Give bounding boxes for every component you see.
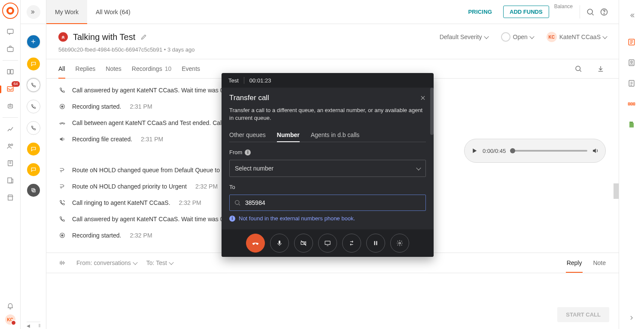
hold-button[interactable]	[366, 234, 385, 253]
details-icon[interactable]	[626, 37, 637, 47]
mute-button[interactable]	[270, 234, 289, 253]
reply-to-selector[interactable]: To: Test	[146, 259, 173, 266]
tags-icon[interactable]	[626, 99, 637, 109]
severity-selector[interactable]: Default Severity	[440, 34, 488, 40]
tab-my-work[interactable]: My Work	[46, 0, 87, 24]
book-icon[interactable]	[5, 158, 15, 168]
user-avatar[interactable]: KC	[5, 314, 15, 325]
bot-icon[interactable]	[5, 101, 15, 111]
app-logo[interactable]	[2, 3, 18, 19]
expand-button[interactable]	[27, 5, 40, 19]
call-timer: 00:01:23	[249, 77, 271, 84]
aux-bubble-phone-3[interactable]	[27, 121, 40, 135]
search-icon[interactable]	[583, 5, 597, 19]
conv-tab-replies[interactable]: Replies	[76, 59, 96, 78]
contact-icon[interactable]	[626, 58, 637, 68]
expand-right-icon[interactable]	[626, 313, 637, 323]
shop-icon[interactable]	[626, 119, 637, 130]
app-root: 64 KC	[0, 0, 644, 329]
aux-bubble-chat-1[interactable]	[27, 58, 40, 70]
priority-badge[interactable]	[58, 32, 68, 42]
aux-scrollbar[interactable]: ◀	[27, 322, 40, 329]
aux-bubble-phone-2[interactable]	[27, 100, 40, 113]
svg-rect-28	[631, 103, 632, 105]
balance-label: Balance	[554, 3, 573, 9]
svg-rect-5	[8, 104, 12, 108]
aux-bubble-chat-2[interactable]	[27, 143, 40, 155]
aux-column: + ◀	[21, 0, 46, 329]
edit-title-icon[interactable]	[140, 34, 147, 40]
chevron-down-icon	[170, 259, 173, 266]
close-icon[interactable]	[420, 95, 426, 101]
screen-share-button[interactable]	[318, 234, 337, 253]
to-number-input[interactable]	[244, 199, 421, 207]
svg-rect-12	[8, 197, 12, 200]
transfer-tabs: Other queues Number Agents in d.b calls	[229, 128, 426, 142]
people-icon[interactable]	[5, 141, 15, 151]
record-icon	[58, 232, 66, 239]
speaker-icon	[58, 135, 66, 143]
notes-icon[interactable]	[626, 78, 637, 88]
to-label: To	[229, 184, 426, 190]
pricing-link[interactable]: PRICING	[462, 0, 498, 24]
transfer-tab-other-queues[interactable]: Other queues	[229, 128, 266, 142]
feed-search-icon[interactable]	[572, 63, 584, 75]
store-icon[interactable]	[5, 192, 15, 203]
svg-point-15	[587, 9, 592, 14]
inbox-icon[interactable]: 64	[5, 84, 15, 94]
reply-tab-reply[interactable]: Reply	[566, 253, 583, 273]
chevron-down-icon	[134, 259, 137, 266]
record-icon	[58, 103, 66, 110]
panels-icon[interactable]	[5, 67, 15, 77]
transfer-tab-number[interactable]: Number	[277, 128, 300, 142]
tab-all-work[interactable]: All Work (64)	[87, 0, 139, 24]
audio-track[interactable]	[510, 150, 587, 152]
aux-header	[21, 0, 46, 24]
chat-icon[interactable]	[5, 27, 15, 37]
conv-tab-all[interactable]: All	[58, 59, 65, 78]
aux-bubble-chat-3[interactable]	[27, 163, 40, 176]
svg-point-17	[604, 13, 604, 14]
bell-icon[interactable]	[5, 301, 15, 311]
assignee-selector[interactable]: KC KateNT CCaaS	[547, 32, 607, 42]
svg-point-9	[11, 144, 12, 146]
conv-tab-recordings[interactable]: Recordings 10	[132, 59, 171, 78]
download-icon[interactable]	[595, 63, 607, 75]
feed-scroll-thumb[interactable]	[614, 183, 619, 199]
transfer-button[interactable]	[342, 234, 361, 253]
phone-in-icon	[58, 215, 66, 223]
add-funds-button[interactable]: ADD FUNDS	[503, 6, 549, 18]
wave-icon	[58, 259, 67, 266]
analytics-icon[interactable]	[5, 124, 15, 134]
reply-tab-note[interactable]: Note	[592, 253, 607, 273]
conv-tab-events[interactable]: Events	[182, 59, 200, 78]
volume-icon[interactable]	[592, 147, 599, 155]
call-settings-button[interactable]	[390, 234, 409, 253]
collapse-right-icon[interactable]	[626, 10, 637, 21]
conv-tab-notes[interactable]: Notes	[106, 59, 122, 78]
info-icon[interactable]: i	[245, 149, 251, 155]
play-icon[interactable]	[471, 147, 478, 155]
help-icon[interactable]	[597, 5, 611, 19]
reply-from-selector[interactable]: From: conversations	[76, 259, 137, 266]
reports-icon[interactable]	[5, 175, 15, 186]
aux-bubble-stack[interactable]	[27, 184, 40, 197]
reply-body[interactable]: START CALL	[46, 273, 619, 329]
aux-bubble-phone-active[interactable]	[27, 78, 40, 92]
start-call-button[interactable]: START CALL	[557, 307, 609, 322]
chevron-down-icon	[417, 165, 420, 172]
transfer-tab-agents[interactable]: Agents in d.b calls	[311, 128, 360, 142]
end-call-button[interactable]	[246, 234, 265, 253]
audio-player[interactable]: 0:00/0:45	[464, 139, 606, 163]
modal-scroll-thumb[interactable]	[430, 88, 434, 135]
from-number-select[interactable]: Select number	[229, 160, 426, 177]
conversation-subheader: 56b90c20-fbed-4984-b50c-66947c5c5b913 da…	[58, 46, 607, 53]
add-button[interactable]: +	[27, 35, 40, 48]
briefcase-icon[interactable]	[5, 44, 15, 54]
audio-time: 0:00/0:45	[483, 148, 506, 154]
svg-rect-31	[279, 241, 280, 244]
status-selector[interactable]: Open	[501, 32, 534, 42]
phone-end-icon	[58, 119, 66, 127]
not-found-hint: i Not found in the external numbers phon…	[229, 215, 426, 222]
video-off-button[interactable]	[294, 234, 313, 253]
